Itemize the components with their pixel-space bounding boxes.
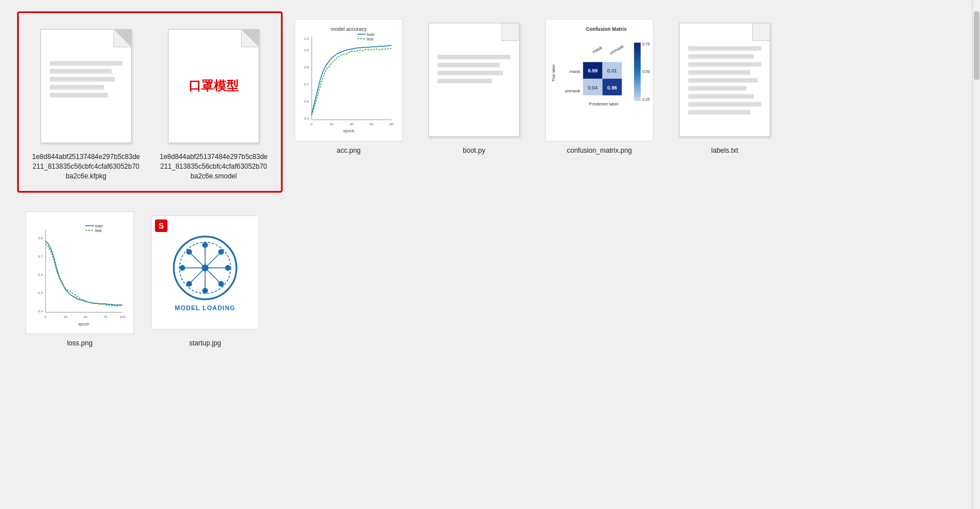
startup-img-thumb: S	[151, 215, 259, 329]
svg-text:0.9: 0.9	[304, 48, 309, 52]
smodel-label-text: 口罩模型	[189, 78, 239, 95]
svg-point-62	[202, 288, 208, 294]
acc-chart-svg: model accuracy train test 0.5 0.6 0.7	[297, 23, 400, 137]
svg-text:80: 80	[390, 123, 394, 126]
svg-text:unmask: unmask	[565, 88, 580, 93]
svg-text:Predicted label: Predicted label	[589, 101, 619, 106]
svg-text:0.5: 0.5	[304, 117, 309, 120]
svg-text:train: train	[95, 224, 103, 228]
files-row-2: train test 0.4 0.5 0.6 0.7 0.8 0	[17, 204, 963, 354]
svg-text:0.4: 0.4	[38, 310, 43, 313]
svg-text:0.6: 0.6	[304, 100, 309, 103]
confusion-chart-thumb: Confusion Matrix 0.75 0.50 0.25	[545, 19, 654, 141]
svg-text:0.96: 0.96	[607, 84, 617, 90]
file-name-kfpkg: 1e8d844abf25137484e297b5c83de211_813835c…	[32, 152, 140, 181]
file-thumbnail-loss: train test 0.4 0.5 0.6 0.7 0.8 0	[26, 210, 134, 335]
file-thumbnail-acc: model accuracy train test 0.5 0.6 0.7	[295, 17, 403, 142]
svg-point-63	[179, 265, 185, 271]
svg-text:60: 60	[370, 123, 374, 126]
svg-text:0.99: 0.99	[588, 68, 598, 74]
svg-text:model accuracy: model accuracy	[330, 26, 367, 32]
file-item-startup[interactable]: S	[142, 204, 268, 354]
svg-text:0.04: 0.04	[588, 84, 598, 90]
confusion-matrix-svg: Confusion Matrix 0.75 0.50 0.25	[548, 22, 651, 139]
file-thumbnail-confusion: Confusion Matrix 0.75 0.50 0.25	[545, 17, 654, 142]
svg-text:25: 25	[64, 315, 68, 319]
file-name-acc: acc.png	[337, 146, 361, 156]
svg-text:train: train	[367, 32, 375, 36]
svg-text:0.8: 0.8	[38, 237, 43, 240]
file-name-startup: startup.jpg	[189, 339, 221, 348]
scrollbar-thumb[interactable]	[974, 11, 979, 80]
svg-text:0.5: 0.5	[38, 291, 43, 295]
svg-text:0.8: 0.8	[304, 66, 309, 69]
doc-icon-kfpkg	[40, 29, 132, 143]
doc-lines	[50, 61, 122, 101]
file-name-labels: labels.txt	[711, 146, 738, 156]
right-scrollbar[interactable]	[972, 0, 980, 509]
startup-logo-svg	[171, 234, 239, 302]
doc-icon-smodel: 口罩模型	[168, 29, 259, 143]
file-thumbnail-smodel: 口罩模型	[160, 23, 268, 149]
svg-text:0.50: 0.50	[642, 70, 650, 74]
svg-text:75: 75	[104, 315, 108, 319]
svg-line-73	[191, 254, 205, 268]
file-thumbnail-boot	[420, 17, 528, 142]
file-item-confusion[interactable]: Confusion Matrix 0.75 0.50 0.25	[537, 11, 662, 161]
file-thumbnail-labels	[671, 17, 779, 142]
svg-line-74	[205, 254, 219, 268]
svg-text:mask: mask	[570, 69, 581, 74]
file-name-boot: boot.py	[463, 146, 485, 156]
file-item-boot[interactable]: boot.py	[411, 11, 537, 161]
file-manager: 1e8d844abf25137484e297b5c83de211_813835c…	[0, 0, 980, 509]
svg-text:True label: True label	[552, 64, 556, 81]
svg-point-64	[225, 265, 231, 271]
svg-text:1.0: 1.0	[304, 37, 309, 40]
svg-text:test: test	[95, 229, 101, 233]
svg-text:0.75: 0.75	[642, 42, 650, 46]
boot-doc-lines	[438, 55, 511, 87]
svg-text:test: test	[367, 37, 373, 41]
svg-text:0.25: 0.25	[642, 97, 650, 101]
file-item-loss[interactable]: train test 0.4 0.5 0.6 0.7 0.8 0	[17, 204, 142, 354]
acc-chart-thumb: model accuracy train test 0.5 0.6 0.7	[295, 19, 403, 141]
loss-chart-svg: train test 0.4 0.5 0.6 0.7 0.8 0	[28, 215, 131, 329]
startup-badge: S	[155, 219, 168, 232]
svg-text:0.7: 0.7	[304, 83, 309, 86]
svg-text:50: 50	[84, 315, 88, 319]
file-name-smodel: 1e8d844abf25137484e297b5c83de211_813835c…	[160, 152, 268, 181]
svg-point-61	[202, 242, 208, 248]
file-item-labels[interactable]: labels.txt	[662, 11, 787, 161]
file-item-smodel[interactable]: 口罩模型 1e8d844abf25137484e297b5c83de211_81…	[151, 18, 276, 186]
svg-text:20: 20	[330, 123, 334, 126]
svg-text:0.7: 0.7	[38, 255, 43, 258]
file-item-acc[interactable]: model accuracy train test 0.5 0.6 0.7	[286, 11, 411, 161]
loss-chart-thumb: train test 0.4 0.5 0.6 0.7 0.8 0	[26, 211, 134, 334]
file-thumbnail-startup: S	[151, 210, 259, 335]
file-name-confusion: confusion_matrix.png	[567, 146, 632, 156]
svg-text:epoch: epoch	[343, 129, 354, 133]
files-row-1: 1e8d844abf25137484e297b5c83de211_813835c…	[17, 11, 963, 193]
svg-text:Confusion Matrix: Confusion Matrix	[586, 26, 627, 32]
file-name-loss: loss.png	[67, 339, 93, 348]
selected-group: 1e8d844abf25137484e297b5c83de211_813835c…	[17, 11, 283, 193]
boot-doc-icon	[428, 23, 520, 137]
svg-rect-22	[634, 42, 641, 100]
file-thumbnail-kfpkg	[32, 23, 140, 149]
labels-doc-lines	[688, 46, 761, 118]
labels-doc-icon	[679, 23, 770, 137]
svg-text:0.6: 0.6	[38, 273, 43, 276]
svg-text:40: 40	[350, 123, 354, 126]
svg-line-75	[191, 268, 205, 282]
svg-text:epoch: epoch	[78, 322, 89, 327]
file-item-kfpkg[interactable]: 1e8d844abf25137484e297b5c83de211_813835c…	[23, 18, 149, 186]
startup-badge-letter: S	[158, 221, 164, 230]
svg-line-76	[205, 268, 219, 282]
svg-text:0.01: 0.01	[607, 68, 617, 74]
svg-text:100: 100	[120, 315, 126, 319]
startup-label: MODEL LOADING	[175, 304, 235, 311]
